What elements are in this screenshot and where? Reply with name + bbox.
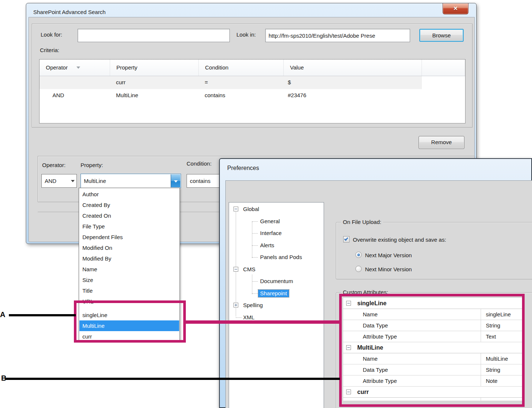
property-label: Property: <box>81 162 103 168</box>
column-header-operator[interactable]: Operator <box>40 59 110 76</box>
tree-item-alerts[interactable]: Alerts <box>229 242 323 250</box>
tree-item-general[interactable]: General <box>229 218 323 226</box>
dialog-title: Preferences <box>227 165 259 171</box>
column-header-empty <box>422 59 465 76</box>
tree-item-panels-and-pods[interactable]: Panels and Pods <box>229 254 323 262</box>
criteria-label: Criteria: <box>40 47 59 53</box>
look-in-label: Look in: <box>236 31 256 38</box>
column-header-property[interactable]: Property <box>110 59 199 76</box>
radio-dot-icon <box>357 254 360 256</box>
dropdown-item-name[interactable]: Name <box>79 264 179 275</box>
next-major-version-label: Next Major Version <box>365 252 412 258</box>
dropdown-item-created-on[interactable]: Created On <box>79 210 179 221</box>
dropdown-item-author[interactable]: Author <box>79 189 179 200</box>
overwrite-checkbox[interactable] <box>343 236 349 242</box>
callout-box-b <box>339 294 525 407</box>
look-for-input[interactable] <box>78 29 230 42</box>
chevron-down-icon <box>71 180 75 182</box>
column-header-value[interactable]: Value <box>284 59 422 76</box>
overwrite-checkbox-label: Overwrite existing object and save as: <box>353 237 446 243</box>
criteria-row-2[interactable]: AND MultiLine contains #23476 <box>40 89 465 102</box>
tree-item-global[interactable]: Global <box>229 205 323 214</box>
tree-connector <box>252 221 258 222</box>
column-header-condition[interactable]: Condition <box>199 59 284 76</box>
preferences-tree-panel: Global General Interface Alerts Panels a… <box>229 202 324 408</box>
dropdown-item-dependent-files[interactable]: Dependent Files <box>79 232 179 242</box>
close-icon: ✕ <box>453 5 458 11</box>
callout-label-a: A <box>0 310 5 319</box>
tree-connector <box>252 293 258 294</box>
dropdown-button[interactable] <box>171 174 180 187</box>
screen: SharePoint Advanced Search ✕ Look for: L… <box>0 0 532 408</box>
look-in-input[interactable]: http://fm-sps2010/English/test/Adobe Pre… <box>265 29 410 42</box>
tree-item-cms[interactable]: CMS <box>229 266 323 274</box>
tree-item-sharepoint[interactable]: Sharepoint <box>229 290 323 298</box>
collapse-icon[interactable] <box>233 207 238 211</box>
sort-arrow-icon <box>76 67 80 69</box>
property-combobox[interactable]: MultiLine <box>81 174 181 188</box>
condition-label: Condition: <box>187 160 212 167</box>
next-major-version-radio[interactable] <box>355 252 362 258</box>
dialog-title: SharePoint Advanced Search <box>33 9 106 15</box>
tree-connector <box>236 317 242 318</box>
on-file-upload-group: On File Upload: Overwrite existing objec… <box>336 222 532 279</box>
dropdown-item-created-by[interactable]: Created By <box>79 200 179 210</box>
criteria-row-1[interactable]: curr = $ <box>40 76 465 89</box>
callout-box-a <box>74 300 186 343</box>
operator-label: Operator: <box>42 162 65 168</box>
tree-item-interface[interactable]: Interface <box>229 229 323 238</box>
browse-button[interactable]: Browse <box>419 29 464 42</box>
next-minor-version-label: Next Minor Version <box>365 266 412 272</box>
dropdown-item-title[interactable]: Title <box>79 285 179 296</box>
criteria-table-header: Operator Property Condition Value <box>40 59 465 76</box>
tree-item-spelling[interactable]: Spelling <box>229 302 323 310</box>
look-for-label: Look for: <box>41 31 62 38</box>
callout-connector-a-b <box>186 320 339 324</box>
tree-connector <box>252 245 258 246</box>
close-button[interactable]: ✕ <box>443 3 468 14</box>
chevron-down-icon <box>174 180 178 183</box>
operator-combobox[interactable]: AND <box>41 174 77 188</box>
collapse-icon[interactable] <box>233 267 238 272</box>
tree-connector <box>236 211 236 316</box>
tree-item-documentum[interactable]: Documentum <box>229 278 323 286</box>
tree-connector <box>252 281 258 282</box>
callout-line-a <box>9 314 76 316</box>
tree-connector <box>252 222 252 258</box>
expand-icon[interactable] <box>233 303 238 307</box>
tree-connector <box>252 233 258 234</box>
tree-connector <box>252 257 258 258</box>
next-minor-version-radio[interactable] <box>355 266 362 272</box>
on-file-upload-legend: On File Upload: <box>341 219 383 225</box>
dropdown-item-file-type[interactable]: File Type <box>79 221 179 232</box>
dropdown-item-modified-by[interactable]: Modified By <box>79 253 179 264</box>
dropdown-item-modified-on[interactable]: Modified On <box>79 242 179 253</box>
callout-line-b <box>5 378 340 380</box>
criteria-table: Operator Property Condition Value <box>39 59 466 123</box>
dropdown-item-size[interactable]: Size <box>79 275 179 285</box>
check-icon <box>344 237 348 241</box>
remove-button[interactable]: Remove <box>419 136 464 149</box>
